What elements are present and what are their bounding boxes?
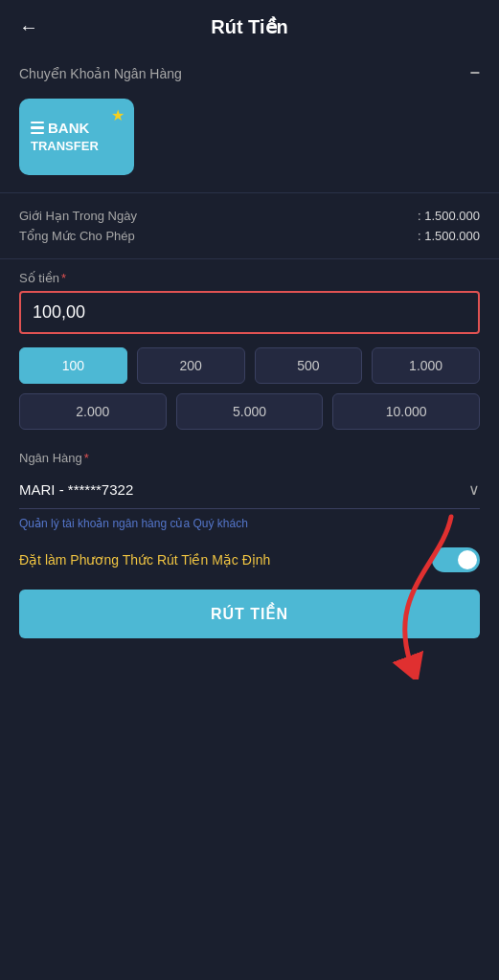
bank-select-section: Ngân Hàng* MARI - ******7322 ∨	[0, 443, 499, 509]
quick-amounts-row1: 100 200 500 1.000	[19, 347, 480, 384]
page-title: Rút Tiền	[211, 15, 288, 38]
quick-amt-2000[interactable]: 2.000	[19, 393, 167, 430]
quick-amt-100[interactable]: 100	[19, 347, 127, 384]
total-limit-label: Tổng Mức Cho Phép	[19, 229, 135, 243]
bank-section-label: Chuyển Khoản Ngân Hàng	[19, 66, 182, 81]
quick-amt-200[interactable]: 200	[137, 347, 245, 384]
quick-amt-1000[interactable]: 1.000	[372, 347, 480, 384]
bank-section-header: Chuyển Khoản Ngân Hàng −	[0, 54, 499, 93]
quick-amt-5000[interactable]: 5.000	[176, 393, 324, 430]
bank-lines-icon	[31, 122, 44, 135]
bank-select-label: Ngân Hàng*	[19, 451, 480, 465]
submit-button[interactable]: RÚT TIỀN	[19, 590, 480, 638]
bank-card-wrapper: ★ BANK TRANSFER	[0, 93, 499, 192]
collapse-icon[interactable]: −	[469, 63, 480, 83]
limits-section: Giới Hạn Trong Ngày : 1.500.000 Tổng Mức…	[0, 193, 499, 258]
daily-limit-label: Giới Hạn Trong Ngày	[19, 209, 137, 223]
back-button[interactable]: ←	[19, 17, 38, 36]
default-toggle-switch[interactable]	[432, 547, 480, 572]
total-limit-row: Tổng Mức Cho Phép : 1.500.000	[19, 229, 480, 243]
bank-name: BANK	[48, 121, 89, 135]
default-toggle-row: Đặt làm Phương Thức Rút Tiền Mặc Định	[0, 530, 499, 590]
bank-manage-hint: Quản lý tài khoản ngân hàng của Quý khác…	[0, 517, 499, 530]
total-limit-value: : 1.500.000	[418, 229, 480, 243]
quick-amounts-row2: 2.000 5.000 10.000	[19, 393, 480, 430]
default-toggle-label: Đặt làm Phương Thức Rút Tiền Mặc Định	[19, 552, 270, 568]
bank-select-dropdown[interactable]: MARI - ******7322 ∨	[19, 471, 480, 509]
toggle-knob	[458, 550, 477, 569]
daily-limit-value: : 1.500.000	[418, 209, 480, 223]
quick-amt-10000[interactable]: 10.000	[332, 393, 480, 430]
selected-bank: MARI - ******7322	[19, 481, 133, 498]
amount-section: Số tiền*	[0, 259, 499, 334]
header: ← Rút Tiền	[0, 0, 499, 54]
star-icon: ★	[111, 106, 125, 124]
chevron-down-icon: ∨	[468, 480, 480, 499]
bank-sub: TRANSFER	[31, 139, 99, 153]
amount-input[interactable]	[33, 302, 466, 323]
bank-transfer-card[interactable]: ★ BANK TRANSFER	[19, 99, 134, 175]
daily-limit-row: Giới Hạn Trong Ngày : 1.500.000	[19, 209, 480, 223]
quick-amounts-section: 100 200 500 1.000 2.000 5.000 10.000	[0, 334, 499, 443]
amount-label: Số tiền*	[19, 271, 480, 285]
amount-input-box[interactable]	[19, 291, 480, 334]
bank-logo: BANK	[31, 121, 89, 135]
quick-amt-500[interactable]: 500	[255, 347, 363, 384]
